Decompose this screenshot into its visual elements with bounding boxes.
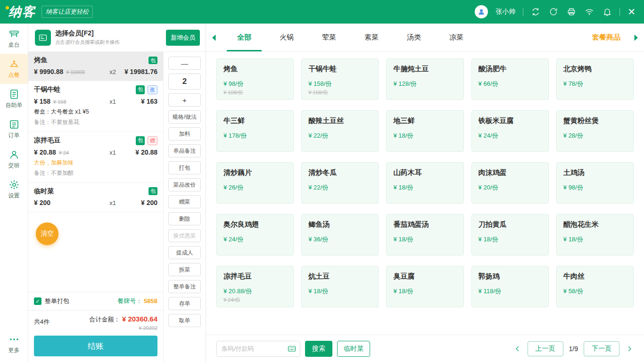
sync-icon[interactable] bbox=[531, 7, 540, 16]
original-total: ¥ 20392 bbox=[89, 325, 157, 331]
username[interactable]: 张小帅 bbox=[495, 8, 515, 16]
qty-plus-button[interactable]: + bbox=[168, 93, 201, 107]
menu-item-name: 刀拍黄瓜 bbox=[479, 220, 542, 229]
tab-combo-products[interactable]: 套餐商品 bbox=[586, 24, 627, 51]
badge-modified: 改 bbox=[148, 85, 157, 94]
qty-minus-button[interactable]: — bbox=[168, 57, 201, 70]
menu-item-card[interactable]: 奥尔良鸡翅 ¥ 24/份 bbox=[216, 214, 294, 255]
menu-item-card[interactable]: 牛肉丝 ¥ 58/份 bbox=[556, 266, 634, 307]
action-button[interactable]: 菜品改价 bbox=[168, 178, 201, 191]
cart-item[interactable]: 烤鱼 包 ¥ 9990.88 ¥ 10000 x2 ¥ 19981.76 bbox=[28, 52, 163, 81]
menu-item-card[interactable]: 土鸡汤 ¥ 98/份 bbox=[556, 162, 634, 204]
refresh-icon[interactable] bbox=[549, 7, 558, 16]
category-scroll-right-icon[interactable] bbox=[627, 24, 644, 51]
member-select[interactable]: 选择会员[F2] 点击进行会员搜索或刷卡操作 bbox=[35, 29, 166, 46]
menu-item-card[interactable]: 牛腩炖土豆 ¥ 128/份 bbox=[386, 58, 463, 100]
cart-item[interactable]: 干锅牛蛙 包改 ¥ 158 ¥ 168 x1 ¥ 163 餐盒：大号餐盒 x1 … bbox=[28, 81, 163, 132]
add-member-button[interactable]: 新增会员 bbox=[166, 30, 200, 46]
clear-cart-button[interactable]: 清空 bbox=[36, 222, 58, 245]
next-chevron-icon[interactable] bbox=[625, 345, 634, 353]
action-button[interactable]: 加料 bbox=[168, 127, 201, 140]
sidebar-item-table[interactable]: 桌台 bbox=[0, 24, 28, 54]
menu-item-card[interactable]: 山药木耳 ¥ 18/份 bbox=[386, 162, 463, 204]
printer-icon[interactable] bbox=[567, 7, 576, 16]
action-button[interactable]: 打包 bbox=[168, 161, 201, 174]
action-button[interactable]: 单品备注 bbox=[168, 144, 201, 157]
menu-item-card[interactable]: 刀拍黄瓜 ¥ 18/份 bbox=[471, 214, 549, 255]
category-tab-荤菜[interactable]: 荤菜 bbox=[308, 24, 350, 51]
close-icon[interactable]: ✕ bbox=[627, 7, 636, 16]
topbar-divider bbox=[523, 8, 523, 16]
sidebar-item-selfservice[interactable]: 自助单 bbox=[0, 84, 28, 114]
wifi-icon[interactable] bbox=[585, 7, 594, 16]
cart-item-original-price: ¥ 24 bbox=[59, 150, 69, 156]
menu-item-card[interactable]: 酸汤肥牛 ¥ 66/份 bbox=[471, 58, 549, 100]
prev-page-button[interactable]: 上一页 bbox=[528, 341, 563, 356]
menu-item-name: 肉沫鸡蛋 bbox=[479, 168, 542, 177]
category-tab-全部[interactable]: 全部 bbox=[223, 24, 265, 51]
category-tab-素菜[interactable]: 素菜 bbox=[350, 24, 393, 51]
menu-item-name: 牛肉丝 bbox=[563, 272, 627, 281]
action-button[interactable]: 存单 bbox=[168, 297, 201, 310]
brand-logo: 纳客 纳客让店更轻松 bbox=[8, 3, 93, 20]
temp-dish-button[interactable]: 临时菜 bbox=[337, 341, 370, 357]
menu-item-name: 酸汤肥牛 bbox=[479, 65, 542, 74]
action-button[interactable]: 提成人 bbox=[168, 246, 201, 259]
menu-item-card[interactable]: 清炒冬瓜 ¥ 22/份 bbox=[301, 162, 379, 204]
sidebar-item-order[interactable]: 点餐 bbox=[0, 54, 28, 84]
menu-item-card[interactable]: 鲫鱼汤 ¥ 36/份 bbox=[301, 214, 379, 255]
search-button[interactable]: 搜索 bbox=[305, 341, 332, 357]
cart-item-note: 备注：不要加醋 bbox=[34, 169, 157, 177]
menu-item-name: 山药木耳 bbox=[393, 168, 456, 177]
menu-item-card[interactable]: 酸辣土豆丝 ¥ 22/份 bbox=[301, 110, 379, 152]
action-button[interactable]: 取单 bbox=[168, 314, 201, 327]
cart-item[interactable]: 临时菜 包 ¥ 200 x1 ¥ 200 bbox=[28, 183, 163, 212]
action-button[interactable]: 整单备注 bbox=[168, 280, 201, 293]
menu-item-card[interactable]: 凉拌毛豆 ¥ 20.88/份 ¥ 24/份 bbox=[216, 266, 294, 307]
bell-icon[interactable] bbox=[603, 7, 612, 16]
menu-item-name: 清炒冬瓜 bbox=[308, 168, 372, 177]
cart-item[interactable]: 凉拌毛豆 包赠 ¥ 20.88 ¥ 24 x1 ¥ 20.88 大份，加麻加辣 … bbox=[28, 132, 163, 183]
menu-item-card[interactable]: 炕土豆 ¥ 18/份 bbox=[301, 266, 379, 307]
category-tab-火锅[interactable]: 火锅 bbox=[265, 24, 308, 51]
action-button[interactable]: 删除 bbox=[168, 212, 201, 225]
category-scroll-left-icon[interactable] bbox=[206, 24, 223, 51]
menu-item-card[interactable]: 臭豆腐 ¥ 18/份 bbox=[386, 266, 463, 307]
sidebar-item-orders[interactable]: 订单 bbox=[0, 114, 28, 144]
menu-item-card[interactable]: 肉沫鸡蛋 ¥ 20/份 bbox=[471, 162, 549, 204]
cart-item-total: ¥ 20.88 bbox=[116, 148, 157, 156]
menu-item-name: 酸辣土豆丝 bbox=[308, 116, 372, 125]
cart-item-total: ¥ 163 bbox=[116, 98, 157, 105]
prev-chevron-icon[interactable] bbox=[513, 345, 522, 353]
pack-checkbox[interactable]: ✓ bbox=[34, 297, 41, 305]
menu-item-card[interactable]: 牛三鲜 ¥ 178/份 bbox=[216, 110, 294, 152]
sidebar-item-shift[interactable]: 交班 bbox=[0, 144, 28, 174]
next-page-button[interactable]: 下一页 bbox=[584, 341, 619, 356]
logo-text: 纳客 bbox=[8, 3, 36, 20]
menu-item-card[interactable]: 清炒藕片 ¥ 26/份 bbox=[216, 162, 294, 204]
menu-item-card[interactable]: 烤鱼 ¥ 98/份 ¥ 108/份 bbox=[216, 58, 294, 100]
menu-item-card[interactable]: 地三鲜 ¥ 18/份 bbox=[386, 110, 463, 152]
checkout-button[interactable]: 结账 bbox=[34, 336, 157, 356]
item-actions-panel: — 2 + 规格/做法加料单品备注打包菜品改价赠菜删除换优惠菜提成人拆菜整单备注… bbox=[164, 52, 206, 362]
menu-item-card[interactable]: 蟹黄粉丝煲 ¥ 28/份 bbox=[556, 110, 634, 152]
menu-item-card[interactable]: 铁板米豆腐 ¥ 24/份 bbox=[471, 110, 549, 152]
avatar[interactable] bbox=[475, 5, 488, 18]
action-button[interactable]: 规格/做法 bbox=[168, 110, 201, 123]
action-button[interactable]: 赠菜 bbox=[168, 195, 201, 208]
category-tab-凉菜[interactable]: 凉菜 bbox=[435, 24, 478, 51]
keyboard-icon[interactable] bbox=[287, 345, 297, 353]
menu-item-card[interactable]: 番茄鸡蛋汤 ¥ 18/份 bbox=[386, 214, 463, 255]
menu-item-card[interactable]: 郭扬鸡 ¥ 118/份 bbox=[471, 266, 549, 307]
total-amount: ¥ 20360.64 bbox=[122, 315, 157, 323]
menu-item-card[interactable]: 干锅牛蛙 ¥ 158/份 ¥ 168/份 bbox=[301, 58, 379, 100]
selfservice-icon bbox=[8, 89, 20, 100]
action-button[interactable]: 拆菜 bbox=[168, 263, 201, 276]
category-tab-汤类[interactable]: 汤类 bbox=[393, 24, 435, 51]
cart-item-badges: 包 bbox=[149, 187, 157, 195]
menu-item-card[interactable]: 北京烤鸭 ¥ 78/份 bbox=[556, 58, 634, 100]
sidebar-item-more[interactable]: 更多 bbox=[0, 329, 28, 359]
cart-item-name: 临时菜 bbox=[34, 187, 149, 196]
menu-item-card[interactable]: 醋泡花生米 ¥ 18/份 bbox=[556, 214, 634, 255]
sidebar-item-settings[interactable]: 设置 bbox=[0, 174, 28, 205]
